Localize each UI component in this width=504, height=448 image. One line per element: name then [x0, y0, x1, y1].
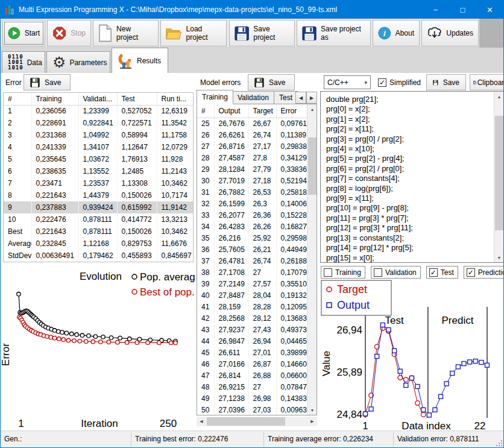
table-row[interactable]: 60,2386351,135521,248511,2143	[4, 165, 193, 177]
table-row[interactable]: StdDev0,006364910,1794620,4558930,845697	[4, 250, 193, 262]
table-row[interactable]: Best0,2216430,8781110,15002610,3462	[4, 226, 193, 238]
svg-text:Evolution: Evolution	[80, 271, 122, 282]
checkbox-box[interactable]: ✓	[378, 78, 386, 87]
title-bar: Multi Expression Programming X - C:\Miha…	[1, 1, 503, 19]
svg-text:Target: Target	[337, 283, 367, 295]
table-row[interactable]: 80,2216431,443790,15002610,7174	[4, 189, 193, 201]
about-button[interactable]: i About	[373, 20, 420, 46]
gear-icon: ⚙	[52, 55, 66, 70]
error-label: Error	[5, 78, 22, 87]
tab-data[interactable]: 011010011010 Data	[2, 51, 45, 73]
subtab-training[interactable]: Training	[197, 90, 233, 104]
scrollbar-thumb[interactable]	[495, 116, 503, 230]
checkbox-box[interactable]: ✓	[429, 268, 438, 277]
load-project-button[interactable]: Load project	[160, 20, 227, 46]
maximize-button[interactable]: □	[449, 1, 476, 19]
table-row[interactable]: 2626,626126,740,113891	[197, 129, 307, 140]
close-button[interactable]: ✕	[476, 1, 503, 19]
new-document-icon	[98, 24, 112, 42]
model-errors-save-button[interactable]: Save	[248, 74, 295, 90]
table-row[interactable]: 2928,128427,790,338365	[197, 163, 307, 175]
table-row[interactable]: 20,2286910,9228410,72257111,3542	[4, 117, 193, 129]
table-row[interactable]: 3126,788226,530,258182	[197, 186, 307, 198]
scroll-up-icon[interactable]: ▲	[494, 92, 504, 101]
table-row[interactable]: 2726,871627,170,298384	[197, 140, 307, 152]
checkbox-predictions[interactable]: ✓Predictions	[464, 266, 504, 279]
table-row[interactable]: 40,2413391,341071,1264712,0729	[4, 141, 193, 153]
table-row[interactable]: 2827,458727,80,341298	[197, 152, 307, 163]
table-row[interactable]: 10,2360561,233990,52705212,6319	[4, 105, 193, 117]
table-row[interactable]: 3426,428326,260,168276	[197, 221, 307, 232]
clipboard-button[interactable]: Clipboard	[470, 74, 504, 90]
evolution-chart: EvolutionPop. averageBest of pop.Error1I…	[1, 264, 195, 432]
stop-button[interactable]: Stop	[47, 20, 91, 46]
code-panel[interactable]: double prg[21]; prg[0] = x[2]; prg[1] = …	[320, 91, 504, 263]
checkbox-test[interactable]: ✓Test	[426, 266, 458, 279]
simplified-checkbox[interactable]: ✓ Simplified	[374, 75, 424, 89]
code-save-button[interactable]: Save	[426, 74, 466, 90]
table-row[interactable]: 4726,81426,880,066008	[197, 370, 307, 381]
checkbox-training[interactable]: Training	[321, 266, 365, 279]
scroll-down-icon[interactable]: ▼	[494, 253, 504, 262]
updates-button[interactable]: Updates	[421, 20, 479, 46]
table-row[interactable]: 4327,923727,430,493738	[197, 324, 307, 335]
checkbox-validation[interactable]: Validation	[371, 266, 421, 279]
table-row[interactable]: 100,2224760,8781110,41477213,3213	[4, 213, 193, 226]
checkbox-box[interactable]	[374, 268, 382, 277]
subtab-validation[interactable]: Validation	[232, 91, 274, 104]
table-row[interactable]: 4826,9215270,078470	[197, 381, 307, 393]
table-row[interactable]: 3625,760526,210,449498	[197, 244, 307, 255]
table-row[interactable]: 4526,61127,010,398998	[197, 347, 307, 358]
model-errors-scrollbar[interactable]: ▲ ▼	[307, 104, 317, 415]
table-row[interactable]: 3226,159926,30,140062	[197, 198, 307, 209]
new-project-button[interactable]: New project	[93, 20, 159, 46]
model-errors-hscrollbar[interactable]: ◀ ▶	[197, 417, 317, 426]
table-row[interactable]: 2526,767626,670,097612	[197, 118, 307, 129]
tab-scroll-left-button[interactable]: ◀	[295, 92, 306, 104]
table-row[interactable]: 3927,214927,570,355103	[197, 278, 307, 289]
table-row[interactable]: 3326,207726,360,152287	[197, 209, 307, 221]
table-row[interactable]: 4927,123826,980,143835	[197, 393, 307, 404]
subtab-test[interactable]: Test	[274, 91, 298, 104]
error-save-button[interactable]: Save	[24, 74, 71, 90]
tab-scroll-right-button[interactable]: ▶	[306, 92, 317, 104]
table-row[interactable]: 3827,1708270,170794	[197, 267, 307, 278]
scroll-left-icon[interactable]: ◀	[197, 417, 206, 426]
scroll-right-icon[interactable]: ▶	[307, 417, 317, 426]
scrollbar-thumb[interactable]	[207, 417, 285, 426]
table-row[interactable]: 4627,016626,870,146609	[197, 358, 307, 370]
table-row[interactable]: 70,234711,235371,1330810,3462	[4, 177, 193, 189]
table-row[interactable]: 3726,478126,740,261882	[197, 255, 307, 267]
code-scrollbar[interactable]: ▲ ▼	[494, 92, 503, 262]
minimize-button[interactable]: −	[422, 1, 449, 19]
scroll-down-icon[interactable]: ▼	[307, 405, 317, 415]
table-row[interactable]: 4128,15928,280,120951	[197, 301, 307, 312]
svg-text:1: 1	[18, 418, 24, 429]
scrollbar-thumb[interactable]	[308, 137, 317, 195]
checkbox-box[interactable]	[324, 268, 332, 277]
save-floppy-icon	[254, 78, 264, 87]
save-project-button[interactable]: Save project	[229, 20, 295, 46]
tab-parameters[interactable]: ⚙ Parameters	[46, 51, 110, 73]
svg-text:Output: Output	[337, 299, 370, 311]
table-row[interactable]: 50,2356451,036721,7691311,928	[4, 153, 193, 165]
table-row[interactable]: Average0,2328451,121680,82975311,6676	[4, 238, 193, 250]
svg-text:Iteration: Iteration	[81, 418, 118, 429]
save-project-as-button[interactable]: Save project as	[297, 20, 371, 46]
table-row[interactable]: 4228,256828,120,136832	[197, 312, 307, 324]
scroll-up-icon[interactable]: ▲	[307, 104, 317, 114]
table-row[interactable]: 4426,984726,940,044650	[197, 335, 307, 347]
language-select[interactable]: C/C++ ▾	[324, 75, 371, 89]
table-row[interactable]: 4027,848728,040,191323	[197, 289, 307, 301]
checkbox-box[interactable]: ✓	[467, 268, 475, 277]
table-row[interactable]: 90,2378830,9394240,61599211,9142	[4, 201, 193, 213]
table-row[interactable]: 5027,039627,030,009634	[197, 404, 307, 415]
start-button[interactable]: Start	[2, 20, 45, 46]
table-row[interactable]: 3526,21625,920,295984	[197, 232, 307, 244]
tab-results[interactable]: Results	[112, 48, 168, 73]
stop-icon	[52, 25, 66, 42]
table-row[interactable]: 30,2313681,049920,5899411,1758	[4, 129, 193, 141]
table-row[interactable]: 3027,701927,180,521945	[197, 175, 307, 186]
resize-grip[interactable]	[495, 439, 503, 447]
save-floppy-icon	[235, 25, 249, 42]
